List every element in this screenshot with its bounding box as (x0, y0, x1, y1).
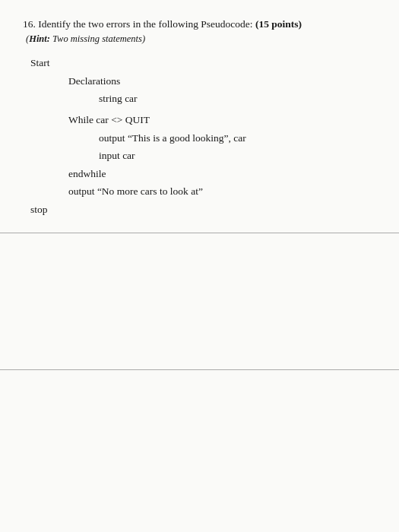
output-this-text: output “This is a good looking”, car (99, 132, 246, 144)
start-keyword: Start (30, 57, 50, 68)
line-output-this: output “This is a good looking”, car (30, 129, 376, 147)
stop-keyword: stop (30, 204, 48, 215)
page: 16. Identify the two errors in the follo… (0, 0, 399, 532)
answer-section-top[interactable] (0, 233, 399, 370)
line-declarations: Declarations (30, 72, 376, 90)
question-text: 16. Identify the two errors in the follo… (23, 17, 376, 32)
line-output-no: output “No more cars to look at” (30, 182, 376, 201)
question-main-text: Identify the two errors in the following… (38, 18, 252, 30)
line-endwhile: endwhile (30, 165, 376, 183)
input-car-text: input car (99, 150, 135, 161)
hint-label: Hint: (29, 33, 50, 44)
string-car-text: string car (99, 93, 138, 104)
question-header: 16. Identify the two errors in the follo… (23, 17, 376, 46)
line-input-car: input car (30, 147, 376, 165)
output-no-text: output “No more cars to look at” (68, 185, 203, 197)
question-number-label: 16. (23, 18, 36, 30)
hint-text: Two missing statements (50, 33, 142, 44)
while-text: While car <> QUIT (68, 114, 150, 125)
question-points: (15 points) (255, 18, 302, 30)
hint-line: (Hint: Two missing statements) (23, 32, 376, 46)
endwhile-text: endwhile (68, 168, 106, 179)
line-while: While car <> QUIT (30, 111, 376, 129)
question-section: 16. Identify the two errors in the follo… (0, 0, 399, 233)
answer-section-bottom[interactable] (0, 370, 399, 532)
line-string-car: string car (30, 90, 376, 108)
pseudocode-block: Start Declarations string car While car … (23, 54, 376, 219)
line-start: Start (30, 54, 376, 72)
line-stop: stop (30, 201, 376, 219)
declarations-keyword: Declarations (68, 75, 120, 87)
